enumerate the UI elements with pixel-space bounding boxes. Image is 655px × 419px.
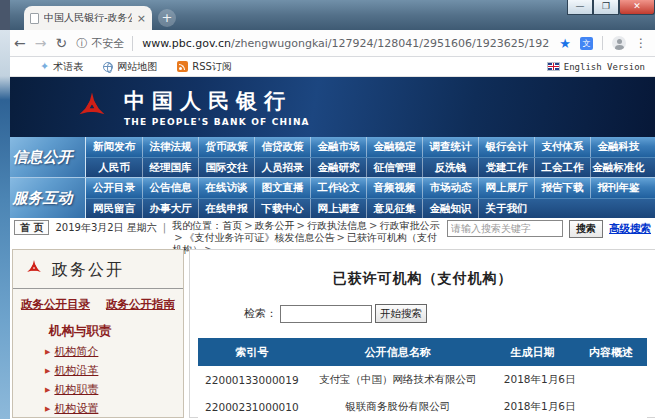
back-icon[interactable]: ← [14, 35, 26, 51]
window-left-border [0, 0, 10, 419]
sidebar: 政务公开 政务公开目录 政务公开指南 机构与职责 机构简介机构沿革机构职责机构设… [12, 249, 184, 418]
glossary-link[interactable]: ✦ 术语表 [40, 60, 83, 74]
favicon-icon [30, 13, 39, 24]
rss-link[interactable]: RSS订阅 [177, 60, 232, 74]
nav-item[interactable]: 关于我们 [478, 199, 534, 218]
tab-close-icon[interactable]: × [137, 13, 146, 24]
site-search-button[interactable]: 搜索 [569, 220, 603, 238]
sidebar-header: 政务公开 [13, 250, 183, 289]
nav-item[interactable]: 征信管理 [366, 158, 422, 177]
table-row: 22000231000010 银联商务股份有限公司 2018年1月6日 [198, 393, 647, 419]
nav-item[interactable]: 货币政策 [198, 137, 254, 157]
nav-item[interactable]: 反洗钱 [422, 158, 478, 177]
nav-item[interactable]: 新闻发布 [86, 137, 142, 157]
nav-item[interactable]: 调查统计 [422, 137, 478, 157]
start-search-button[interactable]: 开始搜索 [375, 304, 427, 323]
nav-group-info-label[interactable]: 信息公开 [0, 137, 86, 177]
sidebar-item-label: 机构设置 [54, 401, 98, 416]
nav-item[interactable]: 人民币 [86, 158, 142, 177]
nav-item[interactable]: 音频视频 [366, 178, 422, 198]
table-header-cell: 索引号 [198, 345, 306, 360]
sidebar-link-guide[interactable]: 政务公开指南 [106, 297, 175, 312]
nav-item[interactable]: 金融知识 [422, 199, 478, 218]
nav-item[interactable]: 工作论文 [310, 178, 366, 198]
toolbar-divider [602, 36, 603, 50]
list-search: 检索： 开始搜索 [244, 304, 647, 323]
nav-item[interactable]: 党建工作 [478, 158, 534, 177]
breadcrumb-separator: > [242, 220, 254, 231]
address-bar[interactable]: www.pbc.gov.cn/zhengwugongkai/127924/128… [142, 37, 550, 50]
english-version-link[interactable]: English Version [547, 62, 645, 72]
info-icon: ⓘ [76, 36, 87, 51]
sidebar-list-item[interactable]: 机构职责 [45, 382, 183, 397]
breadcrumb-item[interactable]: 政务公开 [255, 220, 295, 231]
sidebar-list-item[interactable]: 机构简介 [45, 344, 183, 359]
nav-item[interactable]: 经理国库 [142, 158, 198, 177]
nav-item[interactable]: 报告下载 [534, 178, 590, 198]
sidebar-link-catalog[interactable]: 政务公开目录 [21, 297, 90, 312]
nav-item[interactable]: 金融科技 [590, 137, 646, 157]
sitemap-link[interactable]: 网站地图 [103, 60, 157, 74]
nav-item[interactable]: 国际交往 [198, 158, 254, 177]
cell-name[interactable]: 支付宝（中国）网络技术有限公司 [306, 373, 490, 387]
nav-item[interactable]: 意见征集 [366, 199, 422, 218]
forward-icon[interactable]: → [35, 35, 47, 51]
minimize-button[interactable]: — [567, 0, 593, 15]
nav-item[interactable]: 市场动态 [422, 178, 478, 198]
nav-item[interactable]: 网上调查 [310, 199, 366, 218]
close-button[interactable]: ✕ [619, 0, 655, 15]
sidebar-list-item[interactable]: 机构设置 [45, 401, 183, 416]
security-indicator[interactable]: ⓘ 不安全 [76, 36, 133, 51]
sitemap-label: 网站地图 [117, 60, 157, 74]
nav-item[interactable]: 下载中心 [254, 199, 310, 218]
breadcrumb-item[interactable]: 《支付业务许可证》核发信息公告 [185, 232, 335, 243]
table-body: 22000133000019 支付宝（中国）网络技术有限公司 2018年1月6日… [198, 366, 647, 419]
home-button[interactable]: 首 页 [14, 220, 49, 235]
bookmark-star-icon[interactable]: ★ [559, 36, 571, 51]
nav-item[interactable]: 信贷政策 [254, 137, 310, 157]
breadcrumb-separator: > [295, 220, 307, 231]
advanced-search-link[interactable]: 高级搜索 [609, 220, 651, 236]
page-content: 政务公开 政务公开目录 政务公开指南 机构与职责 机构简介机构沿革机构职责机构设… [0, 244, 655, 418]
nav-item[interactable]: 报刊年鉴 [590, 178, 646, 198]
list-search-label: 检索： [244, 306, 277, 321]
cell-index: 22000133000019 [198, 374, 306, 386]
reload-icon[interactable]: ↻ [55, 35, 67, 51]
site-search-input[interactable] [447, 220, 563, 237]
utility-bar: ✦ 术语表 网站地图 RSS订阅 English Version [0, 57, 655, 77]
breadcrumb-item[interactable]: 行政审批公示 [379, 220, 439, 231]
nav-item[interactable]: 图文直播 [254, 178, 310, 198]
nav-item[interactable]: 金融标准化 [590, 158, 646, 177]
cell-date: 2018年1月6日 [490, 373, 575, 387]
nav-group-service-label[interactable]: 服务互动 [0, 178, 86, 218]
menu-dots-icon[interactable]: ⋮ [635, 36, 647, 50]
nav-item[interactable]: 办事大厅 [142, 199, 198, 218]
nav-item[interactable]: 在线申报 [198, 199, 254, 218]
browser-tab[interactable]: 中国人民银行-政务公开-行政执… × [24, 6, 152, 30]
new-tab-button[interactable]: + [158, 9, 176, 27]
nav-item[interactable]: 金融稳定 [366, 137, 422, 157]
nav-item[interactable]: 法律法规 [142, 137, 198, 157]
profile-icon[interactable] [612, 36, 626, 50]
sidebar-item-label: 机构职责 [54, 382, 98, 397]
nav-item[interactable]: 人员招录 [254, 158, 310, 177]
list-search-input[interactable] [280, 305, 372, 323]
breadcrumb-item[interactable]: 首页 [222, 220, 242, 231]
maximize-button[interactable]: ❐ [593, 0, 619, 15]
nav-item[interactable]: 网民留言 [86, 199, 142, 218]
flag-icon [547, 62, 560, 71]
sidebar-section-org: 机构与职责 [49, 323, 183, 340]
nav-item[interactable]: 公告信息 [142, 178, 198, 198]
nav-item[interactable]: 网上展厅 [478, 178, 534, 198]
translate-icon[interactable] [580, 37, 593, 50]
nav-item[interactable]: 在线访谈 [198, 178, 254, 198]
nav-item[interactable]: 银行会计 [478, 137, 534, 157]
nav-item[interactable]: 金融研究 [310, 158, 366, 177]
sidebar-list-item[interactable]: 机构沿革 [45, 363, 183, 378]
cell-name[interactable]: 银联商务股份有限公司 [306, 400, 490, 414]
nav-item[interactable]: 工会工作 [534, 158, 590, 177]
nav-item[interactable]: 金融市场 [310, 137, 366, 157]
nav-item[interactable]: 支付体系 [534, 137, 590, 157]
breadcrumb-item[interactable]: 行政执法信息 [307, 220, 367, 231]
nav-item[interactable]: 公开目录 [86, 178, 142, 198]
